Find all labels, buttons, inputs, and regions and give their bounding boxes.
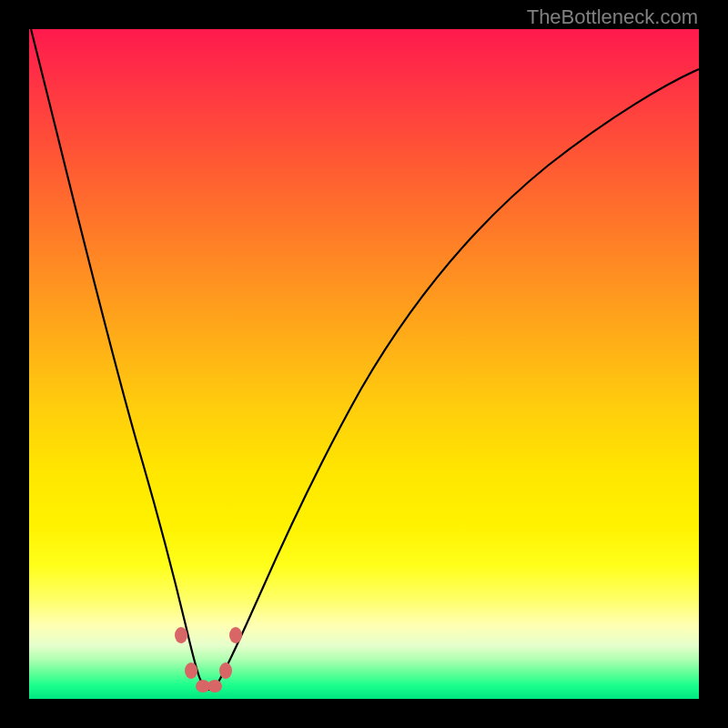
- bottleneck-curve: [31, 29, 699, 690]
- chart-svg: [29, 29, 699, 699]
- marker-dot: [219, 662, 232, 679]
- marker-dot: [175, 627, 187, 643]
- watermark-text: TheBottleneck.com: [527, 5, 698, 29]
- marker-dot: [229, 627, 242, 643]
- marker-dot: [185, 662, 197, 679]
- chart-plot-area: [29, 29, 699, 699]
- marker-dot: [207, 680, 222, 693]
